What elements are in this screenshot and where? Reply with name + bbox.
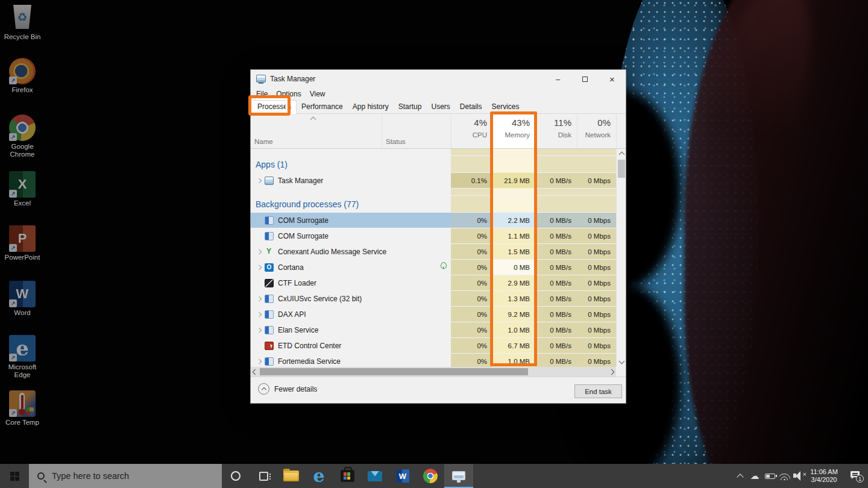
cortana-button[interactable] xyxy=(222,464,250,488)
cell-cpu xyxy=(451,196,492,212)
tab-performance[interactable]: Performance xyxy=(297,101,348,113)
tab-services[interactable]: Services xyxy=(487,101,524,113)
vertical-scroll-thumb[interactable] xyxy=(618,160,625,178)
menu-view[interactable]: View xyxy=(310,90,326,98)
menu-file[interactable]: File xyxy=(256,90,268,98)
cell-cpu xyxy=(451,156,492,172)
cell-cpu: 0% xyxy=(451,275,492,290)
process-row[interactable]: Conexant Audio Message Service0%1.5 MB0 … xyxy=(251,244,616,259)
desktop-icon-recycle-bin[interactable]: ♻ Recycle Bin xyxy=(0,4,45,41)
scroll-down-icon[interactable] xyxy=(618,358,624,364)
cell-network: 0 Mbps xyxy=(577,228,616,243)
process-row[interactable]: DAX API0%9.2 MB0 MB/s0 Mbps xyxy=(251,307,616,322)
desktop-icon-word[interactable]: W↗ Word xyxy=(0,281,45,317)
menu-options[interactable]: Options xyxy=(276,90,301,98)
desktop-icon-excel[interactable]: X↗ Excel xyxy=(0,171,45,207)
desktop-icon-google-chrome[interactable]: ↗ Google Chrome xyxy=(0,114,45,158)
tab-processes[interactable]: Processes xyxy=(252,100,297,114)
task-manager-button[interactable] xyxy=(444,464,473,488)
process-row[interactable]: CxUIUSvc Service (32 bit)0%1.3 MB0 MB/s0… xyxy=(251,291,616,306)
mail-icon xyxy=(368,471,382,481)
desktop-icon-firefox[interactable]: ↗ Firefox xyxy=(0,58,45,94)
cell-cpu: 0% xyxy=(451,228,492,243)
action-center-button[interactable]: 1 xyxy=(844,464,868,488)
volume-muted-icon: × xyxy=(793,471,807,481)
task-view-icon xyxy=(259,472,268,481)
process-row[interactable]: Cortana0%0 MB0 MB/s0 Mbps xyxy=(251,260,616,275)
process-row[interactable]: ETD Control Center0%6.7 MB0 MB/s0 Mbps xyxy=(251,338,616,353)
maximize-button[interactable] xyxy=(571,70,599,88)
horizontal-scroll-thumb[interactable] xyxy=(260,368,528,375)
suspended-leaf-icon xyxy=(441,262,446,269)
expand-chevron-icon[interactable] xyxy=(255,312,265,317)
title-bar[interactable]: Task Manager – × xyxy=(251,70,626,88)
red-process-icon xyxy=(265,342,274,350)
tab-startup[interactable]: Startup xyxy=(394,101,427,113)
tab-details[interactable]: Details xyxy=(455,101,487,113)
word-button[interactable]: W xyxy=(389,464,417,488)
task-view-button[interactable] xyxy=(250,464,277,488)
fewer-details-toggle[interactable]: Fewer details xyxy=(258,383,317,395)
wifi-tray-icon[interactable] xyxy=(778,464,792,488)
mail-button[interactable] xyxy=(361,464,389,488)
column-disk[interactable]: 11%Disk xyxy=(535,114,577,139)
window-process-icon xyxy=(265,310,274,319)
battery-tray-icon[interactable] xyxy=(762,464,778,488)
onedrive-tray-icon[interactable]: ☁ xyxy=(747,464,762,488)
scroll-right-icon[interactable] xyxy=(609,369,615,375)
vertical-scrollbar[interactable] xyxy=(616,149,626,367)
expand-chevron-icon[interactable] xyxy=(255,249,265,254)
start-button[interactable] xyxy=(0,464,29,488)
desktop-icon-microsoft-edge[interactable]: e↗ Microsoft Edge xyxy=(0,335,45,379)
search-input[interactable]: Type here to search xyxy=(29,464,222,488)
taskbar-clock[interactable]: 11:06 AM 3/4/2020 xyxy=(805,464,843,488)
expand-chevron-icon[interactable] xyxy=(255,296,265,301)
desktop-icon-core-temp[interactable]: ↗ Core Temp xyxy=(0,390,45,427)
column-name[interactable]: Name xyxy=(254,138,273,145)
scroll-up-icon[interactable] xyxy=(618,152,624,158)
store-button[interactable] xyxy=(333,464,361,488)
tab-users[interactable]: Users xyxy=(426,101,454,113)
process-row[interactable]: Task Manager0.1%21.9 MB0 MB/s0 Mbps xyxy=(251,173,616,188)
process-row[interactable]: CTF Loader0%2.9 MB0 MB/s0 Mbps xyxy=(251,275,616,290)
taskbar: Type here to search e W ☁ × 11:06 AM 3/4… xyxy=(0,464,868,488)
column-status[interactable]: Status xyxy=(386,138,406,145)
tab-app-history[interactable]: App history xyxy=(348,101,394,113)
process-row[interactable]: COM Surrogate0%1.1 MB0 MB/s0 Mbps xyxy=(251,228,616,243)
tab-bar: Processes Performance App history Startu… xyxy=(251,100,626,114)
desktop-icon-powerpoint[interactable]: P↗ PowerPoint xyxy=(0,225,45,261)
horizontal-scrollbar[interactable] xyxy=(251,367,616,377)
cell-network xyxy=(577,189,616,195)
process-row[interactable]: COM Surrogate0%2.2 MB0 MB/s0 Mbps xyxy=(251,213,616,228)
expand-chevron-icon[interactable] xyxy=(255,265,265,270)
group-header-label: Apps (1) xyxy=(251,160,288,169)
tray-expand-button[interactable] xyxy=(733,464,747,488)
group-header-label: Background processes (77) xyxy=(251,199,359,209)
minimize-button[interactable]: – xyxy=(544,70,571,88)
edge-button[interactable]: e xyxy=(305,464,333,488)
expand-chevron-icon[interactable] xyxy=(255,328,265,333)
list-gap-row xyxy=(251,189,616,195)
group-header: Background processes (77) xyxy=(251,196,616,212)
cell-cpu: 0% xyxy=(451,322,492,337)
window-process-icon xyxy=(265,357,274,366)
close-button[interactable]: × xyxy=(599,70,626,88)
list-gap-row xyxy=(251,149,616,155)
process-row[interactable]: Elan Service0%1.0 MB0 MB/s0 Mbps xyxy=(251,322,616,337)
file-explorer-button[interactable] xyxy=(277,464,305,488)
process-name: ETD Control Center xyxy=(278,342,341,350)
expand-chevron-icon[interactable] xyxy=(255,178,265,183)
scroll-left-icon[interactable] xyxy=(253,369,259,375)
cell-network: 0 Mbps xyxy=(577,307,616,322)
expand-chevron-icon[interactable] xyxy=(255,359,265,364)
cell-memory: 2.2 MB xyxy=(492,213,535,228)
chrome-button[interactable] xyxy=(417,464,444,488)
cell-network: 0 Mbps xyxy=(577,173,616,188)
maximize-icon xyxy=(582,77,588,82)
column-network[interactable]: 0%Network xyxy=(577,114,616,139)
column-cpu[interactable]: 4%CPU xyxy=(451,114,492,139)
column-memory[interactable]: 43%Memory xyxy=(492,114,535,139)
window-title: Task Manager xyxy=(270,70,315,88)
process-row[interactable]: Fortemedia Service0%1.0 MB0 MB/s0 Mbps xyxy=(251,354,616,367)
end-task-button[interactable]: End task xyxy=(574,384,622,398)
